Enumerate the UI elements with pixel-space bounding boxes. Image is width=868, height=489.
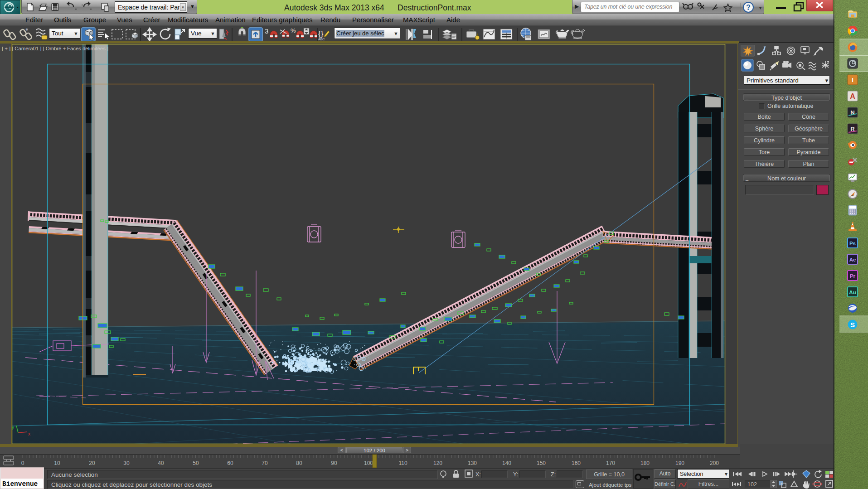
svg-text:Ps: Ps	[849, 241, 856, 246]
svg-text:130: 130	[468, 460, 477, 466]
svg-text:❄: ❄	[25, 28, 29, 32]
svg-text:160: 160	[572, 460, 581, 466]
svg-text:y: y	[12, 425, 14, 430]
svg-text:80: 80	[296, 460, 302, 466]
svg-text:170: 170	[606, 460, 615, 466]
svg-text:x: x	[28, 431, 30, 436]
svg-text:50: 50	[193, 460, 199, 466]
svg-text:A: A	[850, 92, 855, 100]
svg-text:140: 140	[502, 460, 511, 466]
svg-text:{}: {}	[318, 29, 324, 38]
svg-text:60: 60	[227, 460, 233, 466]
svg-text:20: 20	[89, 460, 95, 466]
svg-text:200: 200	[710, 460, 719, 466]
svg-text:▾: ▾	[759, 5, 761, 10]
svg-text:%: %	[291, 27, 296, 34]
svg-text:180: 180	[640, 460, 650, 466]
svg-text:40: 40	[158, 460, 164, 466]
svg-text:Ae: Ae	[849, 257, 856, 262]
svg-text:?: ?	[746, 4, 751, 11]
svg-text:100: 100	[364, 460, 373, 466]
svg-text:I: I	[852, 77, 853, 83]
svg-text:3: 3	[265, 27, 268, 35]
svg-text:30: 30	[123, 460, 130, 466]
svg-text:10: 10	[54, 460, 60, 466]
svg-text:Pr: Pr	[850, 273, 856, 279]
svg-text:70: 70	[262, 460, 268, 466]
svg-text:90: 90	[331, 460, 337, 466]
svg-text:0: 0	[21, 460, 24, 466]
svg-text:Au: Au	[849, 290, 856, 295]
svg-text:ABC: ABC	[318, 38, 325, 41]
svg-text:150: 150	[537, 460, 546, 466]
svg-text:S: S	[850, 321, 855, 329]
svg-text:110: 110	[398, 460, 407, 466]
svg-text:190: 190	[675, 460, 684, 466]
svg-text:120: 120	[433, 460, 442, 466]
